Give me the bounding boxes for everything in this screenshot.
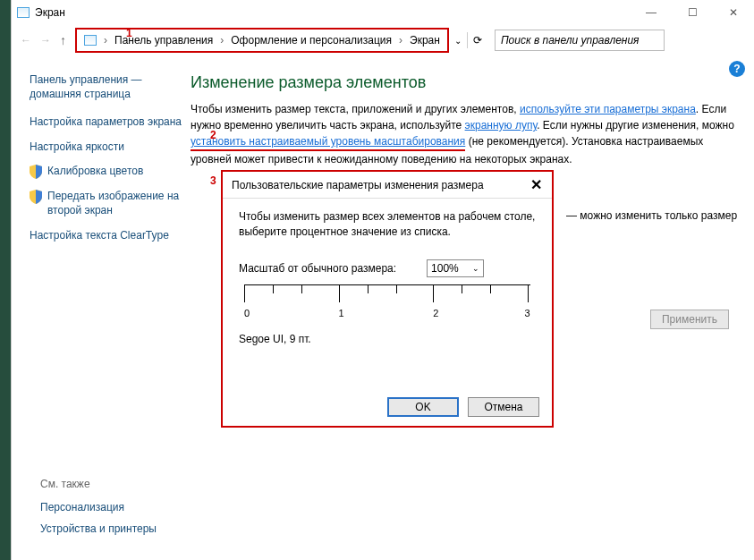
custom-scaling-link[interactable]: установить настраиваемый уровень масштаб… (191, 133, 465, 151)
nav-back-icon[interactable]: ← (21, 34, 31, 47)
breadcrumb[interactable]: Экран (406, 34, 444, 47)
refresh-icon[interactable]: ⟳ (473, 34, 482, 47)
chevron-right-icon: › (100, 34, 111, 47)
shield-icon (30, 190, 42, 204)
apply-button[interactable]: Применить (650, 310, 729, 329)
chevron-right-icon: › (395, 34, 406, 47)
magnifier-link[interactable]: экранную лупу (465, 119, 538, 132)
scale-select[interactable]: 100% ⌄ (427, 259, 484, 277)
help-icon[interactable]: ? (729, 61, 745, 77)
see-also: См. также Персонализация Устройства и пр… (40, 478, 157, 544)
breadcrumb[interactable]: Оформление и персонализация (227, 34, 395, 47)
sidebar-item-calibrate[interactable]: Калибровка цветов (47, 165, 143, 179)
annotation-1: 1 (126, 27, 132, 39)
control-panel-home-link[interactable]: Панель управления — домашняя страница (30, 73, 191, 101)
search-input[interactable]: Поиск в панели управления (495, 30, 665, 51)
nav-up-icon[interactable]: ↑ (60, 33, 66, 47)
minimize-button[interactable]: — (631, 0, 672, 25)
ruler[interactable]: 0 1 2 3 (244, 284, 530, 324)
sidebar-item-brightness[interactable]: Настройка яркости (30, 140, 191, 155)
chevron-down-icon[interactable]: ⌄ (454, 36, 462, 46)
shield-icon (30, 165, 42, 179)
chevron-right-icon: › (216, 34, 227, 47)
dialog-intro: Чтобы изменить размер всех элементов на … (239, 209, 536, 240)
page-title: Изменение размера элементов (191, 73, 743, 92)
maximize-button[interactable]: ☐ (672, 0, 713, 25)
font-preview: Segoe UI, 9 пт. (239, 333, 536, 345)
cancel-button[interactable]: Отмена (468, 397, 539, 417)
window-title: Экран (35, 6, 65, 19)
monitor-icon (84, 35, 97, 46)
titlebar: Экран — ☐ ✕ (12, 0, 754, 25)
description-text: Чтобы изменить размер текста, приложений… (191, 101, 743, 167)
display-settings-link[interactable]: используйте эти параметры экрана (520, 103, 696, 115)
annotation-2: 2 (210, 129, 216, 141)
custom-scaling-dialog: Пользовательские параметры изменения раз… (221, 170, 554, 428)
search-placeholder: Поиск в панели управления (501, 34, 640, 47)
devices-printers-link[interactable]: Устройства и принтеры (40, 522, 157, 535)
partial-text: — можно изменить только размер (566, 209, 737, 222)
close-button[interactable]: ✕ (713, 0, 754, 25)
ok-button[interactable]: OK (387, 397, 459, 417)
see-also-header: См. также (40, 478, 157, 490)
sidebar: Панель управления — домашняя страница На… (12, 73, 191, 253)
personalization-link[interactable]: Персонализация (40, 501, 157, 513)
dialog-close-button[interactable]: ✕ (525, 175, 546, 193)
sidebar-item-display-params[interactable]: Настройка параметров экрана (30, 115, 191, 130)
dialog-title: Пользовательские параметры изменения раз… (223, 172, 552, 199)
scale-label: Масштаб от обычного размера: (239, 262, 396, 275)
annotation-3: 3 (210, 174, 216, 187)
nav-forward-icon[interactable]: → (40, 34, 51, 47)
sidebar-item-cleartype[interactable]: Настройка текста ClearType (30, 229, 191, 243)
sidebar-item-project[interactable]: Передать изображение на второй экран (47, 190, 191, 217)
chevron-down-icon: ⌄ (472, 264, 479, 273)
monitor-icon (17, 7, 30, 18)
